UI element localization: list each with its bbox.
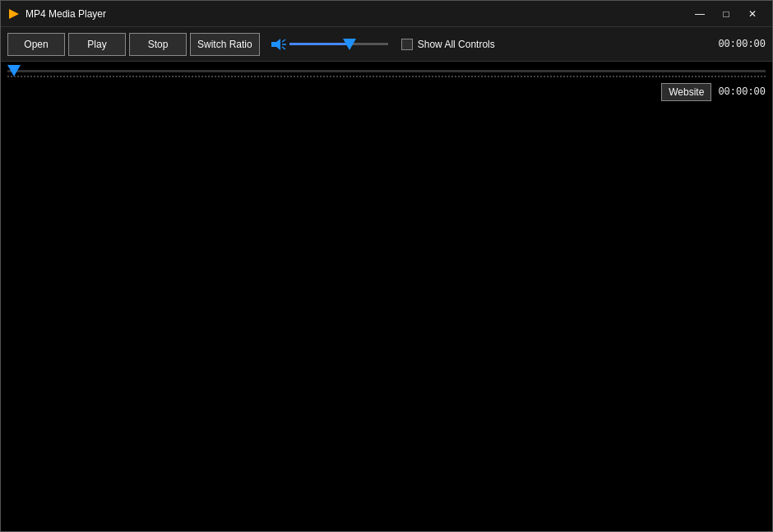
play-button[interactable]: Play (68, 33, 126, 56)
seek-bar-container[interactable] (1, 62, 772, 80)
stop-button[interactable]: Stop (129, 33, 187, 56)
maximize-button[interactable]: □ (713, 4, 739, 24)
elapsed-time: 00:00:00 (718, 39, 766, 50)
minimize-button[interactable]: — (687, 4, 713, 24)
volume-fill (289, 43, 351, 45)
window-controls: — □ ✕ (687, 4, 766, 24)
secondary-bar: Website 00:00:00 (1, 80, 772, 104)
volume-thumb[interactable] (343, 39, 356, 50)
svg-line-4 (282, 47, 285, 49)
show-controls-section: Show All Controls (401, 39, 495, 50)
svg-marker-1 (271, 39, 280, 50)
title-bar: MP4 Media Player — □ ✕ (1, 1, 772, 27)
show-controls-checkbox[interactable] (401, 39, 413, 50)
open-button[interactable]: Open (7, 33, 65, 56)
toolbar: Open Play Stop Switch Ratio Sh (1, 27, 772, 62)
volume-section (270, 36, 388, 53)
video-area (1, 104, 772, 531)
seek-track[interactable] (7, 70, 766, 72)
secondary-time: 00:00:00 (718, 86, 766, 98)
svg-line-2 (282, 39, 285, 42)
volume-slider[interactable] (289, 36, 388, 53)
volume-track (289, 43, 388, 45)
switch-ratio-button[interactable]: Switch Ratio (190, 33, 260, 56)
app-icon (7, 7, 21, 21)
app-window: MP4 Media Player — □ ✕ Open Play Stop Sw… (0, 0, 773, 532)
close-button[interactable]: ✕ (739, 4, 766, 24)
show-controls-label: Show All Controls (418, 39, 495, 50)
svg-marker-0 (9, 9, 19, 19)
window-title: MP4 Media Player (25, 8, 687, 20)
seek-dots (7, 75, 766, 78)
website-button[interactable]: Website (661, 83, 711, 101)
volume-icon[interactable] (270, 36, 286, 53)
